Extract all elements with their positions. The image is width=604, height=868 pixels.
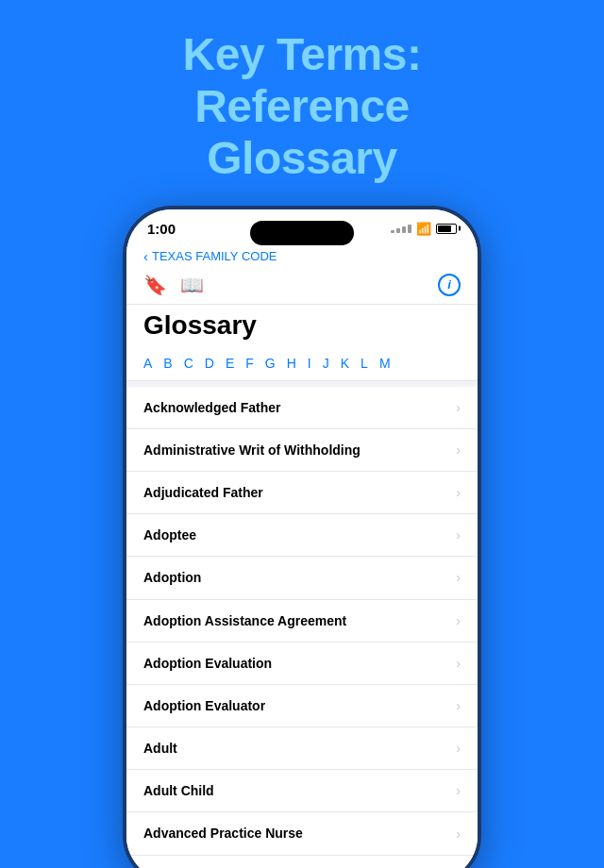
book-icon[interactable]: 📖 [180,274,204,296]
alphabet-letter-h[interactable]: H [281,354,302,373]
chevron-right-icon: › [456,527,461,542]
chevron-right-icon: › [456,570,461,585]
glossary-item-text: Adjudicated Father [143,484,448,501]
phone-screen: 1:00 📶 ‹ TEXAS FAMILY CODE [126,209,478,868]
toolbar: 🔖 📖 i [126,268,478,305]
alphabet-index: ABCDEFGHIJKLM [126,348,478,381]
glossary-item[interactable]: Adoption Evaluator› [126,685,478,727]
alphabet-letter-l[interactable]: L [355,354,374,373]
glossary-item-text: Administrative Writ of Withholding [143,442,448,459]
glossary-item-text: Advanced Practice Nurse [143,825,448,842]
alphabet-letter-c[interactable]: C [178,354,199,373]
chevron-right-icon: › [456,613,461,628]
chevron-right-icon: › [456,442,461,458]
phone-frame: 1:00 📶 ‹ TEXAS FAMILY CODE [123,206,481,868]
wifi-icon: 📶 [416,222,431,236]
glossary-item-text: Adult [143,740,448,757]
glossary-item-text: Adoption Assistance Agreement [143,612,448,629]
glossary-item[interactable]: Adult Child› [126,770,478,812]
info-icon-label: i [447,277,451,292]
glossary-item-text: Adult Child [143,782,448,799]
alphabet-letter-m[interactable]: M [374,354,396,373]
chevron-right-icon: › [456,698,461,713]
alphabet-letter-j[interactable]: J [317,354,335,373]
glossary-item-text: Acknowledged Father [143,399,448,416]
header-line1: Key Terms: [183,29,422,79]
glossary-item[interactable]: Adverse Employment Action› [126,856,478,864]
glossary-item[interactable]: Administrative Writ of Withholding› [126,429,478,472]
glossary-item[interactable]: Adoption Evaluation› [126,643,478,685]
info-button[interactable]: i [438,274,461,296]
alphabet-letter-g[interactable]: G [260,354,281,373]
alphabet-letter-e[interactable]: E [220,354,240,373]
back-button[interactable]: ‹ TEXAS FAMILY CODE [143,248,461,264]
header-line3: Glossary [207,133,396,183]
status-icons: 📶 [391,222,457,236]
glossary-item[interactable]: Adoption Assistance Agreement› [126,600,478,643]
header-line2: Reference [194,81,410,131]
notch [250,221,354,245]
glossary-item-text: Adoption Evaluation [143,655,448,672]
home-indicator [126,864,478,868]
back-label: TEXAS FAMILY CODE [152,249,277,263]
chevron-right-icon: › [456,485,461,500]
chevron-right-icon: › [456,826,461,842]
glossary-item[interactable]: Adoption› [126,557,478,599]
glossary-item[interactable]: Acknowledged Father› [126,387,478,429]
bookmark-icon[interactable]: 🔖 [143,274,167,296]
glossary-item[interactable]: Adult› [126,727,478,770]
battery-icon [436,224,457,234]
status-time: 1:00 [147,221,176,237]
alphabet-letter-i[interactable]: I [302,354,317,373]
alphabet-letter-d[interactable]: D [199,354,220,373]
glossary-item-text: Adoptee [143,526,448,543]
glossary-list[interactable]: Acknowledged Father›Administrative Writ … [126,387,478,864]
glossary-item-text: Adoption Evaluator [143,697,448,714]
alphabet-letter-k[interactable]: K [335,354,355,373]
status-bar: 1:00 📶 [126,209,478,241]
chevron-right-icon: › [456,741,461,756]
page-header-title: Key Terms: Reference Glossary [183,28,422,185]
alphabet-letter-a[interactable]: A [138,354,158,373]
glossary-item[interactable]: Advanced Practice Nurse› [126,812,478,855]
glossary-item[interactable]: Adoptee› [126,514,478,557]
chevron-right-icon: › [456,783,461,798]
back-chevron-icon: ‹ [143,248,148,264]
page-title: Glossary [143,310,461,341]
alphabet-letter-f[interactable]: F [240,354,260,373]
glossary-item[interactable]: Adjudicated Father› [126,472,478,514]
chevron-right-icon: › [456,400,461,415]
glossary-item-text: Adoption [143,569,448,586]
chevron-right-icon: › [456,656,461,671]
toolbar-left: 🔖 📖 [143,274,204,296]
signal-icon [391,225,411,233]
page-title-area: Glossary [126,305,478,348]
alphabet-letter-b[interactable]: B [158,354,177,373]
